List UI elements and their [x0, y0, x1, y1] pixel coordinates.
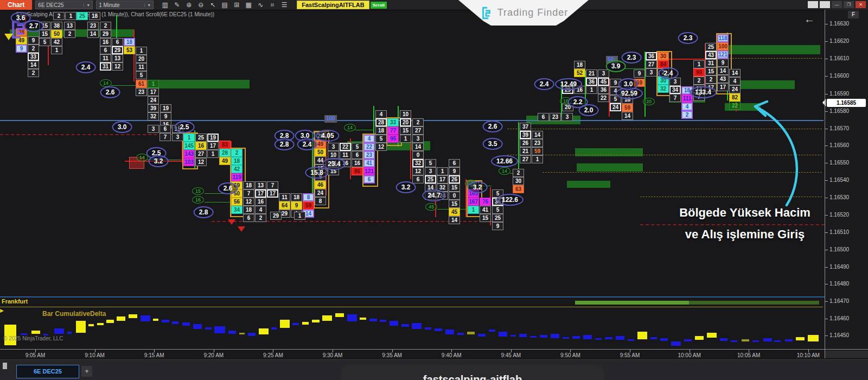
grid-icon[interactable]: ⌗ — [266, 1, 278, 9]
footprint-cell: 17 — [207, 142, 219, 150]
symbol-value: 6E DEC25 — [38, 2, 80, 8]
price-tick-mark — [825, 94, 828, 94]
price-tick-label: 1.16630 — [829, 21, 849, 27]
add-tab-button[interactable]: + — [81, 366, 92, 377]
footprint-cell: 6 — [352, 151, 363, 159]
indicator-line-icon[interactable]: ∿ — [254, 1, 266, 9]
signal-marker: 45 — [425, 203, 437, 211]
delta-bar — [720, 338, 727, 341]
scroll-badge[interactable]: Scroll — [371, 2, 387, 9]
footprint-cell: 15 — [705, 67, 717, 75]
footprint-cell: 2 — [64, 30, 75, 38]
footprint-cell: 6 — [159, 125, 171, 133]
price-tick-label: 1.16600 — [829, 73, 849, 79]
window-pane-1[interactable] — [808, 1, 818, 8]
footprint-cell: 5 — [492, 206, 503, 214]
time-tick-label: 9:10 AM — [85, 352, 105, 358]
price-tick-label: 1.16590 — [829, 91, 849, 97]
panel-divider[interactable] — [0, 296, 825, 297]
volume-profile-icon[interactable]: ▦ — [242, 1, 254, 9]
interval-dropdown[interactable]: 1 Minute ▼ — [96, 1, 154, 9]
footprint-cell: 1 — [294, 212, 305, 220]
panel-grip-icon[interactable] — [3, 363, 7, 369]
price-tick-label: 1.16560 — [829, 142, 849, 148]
time-axis-line — [0, 349, 868, 350]
sell-triangle-icon — [228, 219, 235, 225]
footprint-cell: 25 — [76, 12, 88, 20]
footprint-cell: 33 — [387, 118, 399, 126]
footprint-cell: 3 — [561, 113, 573, 121]
footprint-cell: 4 — [729, 77, 741, 85]
delta-bar — [467, 332, 475, 334]
delta-annotation: 133.4 — [690, 86, 717, 98]
footprint-cell: 5 — [352, 143, 363, 151]
footprint-cell: 11 — [279, 193, 290, 201]
footprint-cell: 5 — [136, 71, 147, 79]
delta-annotation: 3.0 — [112, 121, 132, 133]
level-line — [730, 58, 822, 59]
delta-bar — [248, 333, 256, 336]
footprint-cell: 41 — [480, 206, 491, 214]
footprint-cell: 12 — [412, 167, 424, 175]
footprint-cell: 3 — [598, 69, 609, 78]
footprint-cell: 64 — [279, 201, 290, 210]
footprint-cell: 15 — [400, 126, 411, 135]
footprint-cell: 24 — [610, 103, 621, 111]
footprint-cell: 41 — [363, 159, 375, 167]
regions-icon[interactable]: ⊞ — [231, 1, 242, 9]
delta-annotation: 23.4 — [322, 158, 346, 170]
indicator-chip[interactable]: FastScalpingAITFLAB — [297, 1, 369, 9]
price-tick-mark — [825, 59, 828, 59]
delta-bar — [628, 339, 634, 341]
zoom-out-icon[interactable]: ⊖ — [195, 1, 207, 9]
price-tick-label: 1.16570 — [829, 125, 849, 131]
delta-bar — [774, 340, 781, 342]
cursor-icon[interactable]: ↖ — [207, 1, 219, 9]
footprint-cell: 25 — [425, 175, 436, 183]
chart-type-icon[interactable]: ▥ — [159, 1, 171, 9]
session-line — [0, 307, 823, 307]
delta-bar — [312, 320, 320, 322]
footprint-cell: 0 — [412, 151, 424, 159]
data-box-icon[interactable]: ▤ — [219, 1, 231, 9]
delta-bar — [21, 333, 27, 335]
footprint-cell: 11 — [136, 63, 147, 71]
footprint-cell: 31 — [100, 62, 111, 71]
symbol-dropdown[interactable]: 6E DEC25 ▼ — [35, 1, 93, 9]
chart-title: FastScalping AI-TFLAB(6E DEC25 (1 Minute… — [16, 11, 214, 17]
footprint-cell: 1 — [148, 80, 159, 88]
axis-flag: F — [848, 11, 859, 18]
signal-line — [205, 202, 231, 202]
signal-marker: 16 — [192, 196, 204, 204]
draw-icon[interactable]: ✎ — [171, 1, 183, 9]
window-pane-2[interactable] — [820, 1, 830, 8]
footprint-cell: 86 — [352, 167, 363, 175]
footprint-cell: 0 — [449, 192, 460, 200]
delta-bar — [141, 315, 150, 321]
delta-bar — [67, 332, 72, 334]
delta-annotation: 3.5 — [483, 138, 503, 150]
close-button[interactable]: ✕ — [856, 1, 866, 8]
delta-bar — [707, 333, 717, 338]
footprint-cell: 121 — [363, 167, 375, 175]
footprint-cell: 6 — [412, 175, 424, 183]
footprint-cell: 2 — [53, 12, 65, 20]
list-icon[interactable]: ☰ — [278, 1, 290, 9]
footprint-cell: 11 — [100, 54, 111, 62]
back-arrow-icon[interactable]: ← — [804, 13, 815, 26]
footprint-cell: 20 — [400, 118, 411, 126]
footprint-cell: 18 — [243, 181, 254, 189]
delta-bar — [390, 321, 398, 326]
restore-button[interactable]: ❐ — [844, 1, 854, 8]
footprint-cell: 23 — [87, 22, 99, 30]
footprint-cell: 11 — [340, 151, 351, 159]
delta-bar — [752, 340, 759, 342]
time-tick-label: 9:05 AM — [25, 352, 46, 358]
delta-bar — [763, 338, 772, 341]
tab-6e-dec25[interactable]: 6E DEC25 — [16, 365, 79, 378]
footprint-cell: 27 — [412, 126, 424, 135]
price-axis[interactable]: F 1.16585 1.166301.166201.166101.166001.… — [825, 10, 868, 358]
chart-tab[interactable]: Chart — [0, 0, 32, 10]
minimize-button[interactable]: — — [832, 1, 842, 8]
zoom-in-icon[interactable]: ⊕ — [183, 1, 195, 9]
